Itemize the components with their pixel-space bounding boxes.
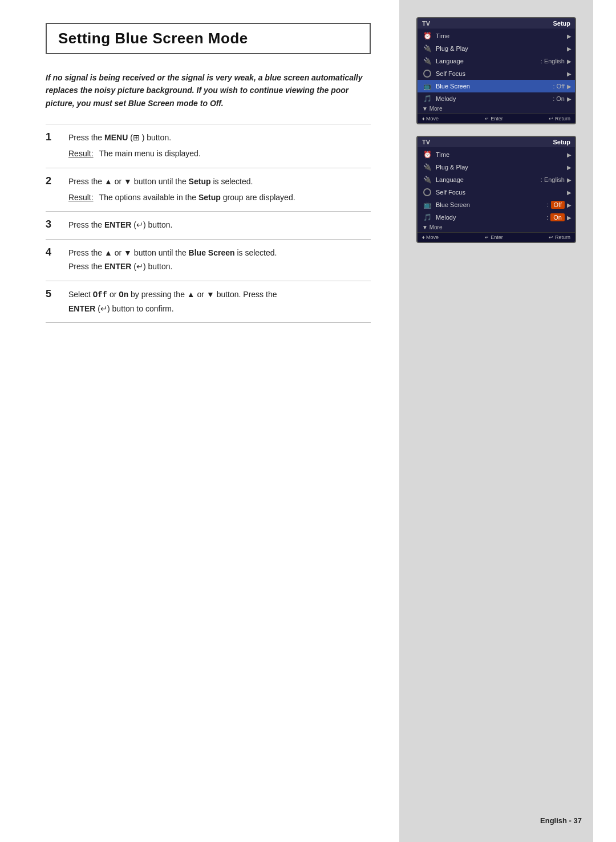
tv-panel-2-setup-label: Setup (553, 139, 570, 145)
melody-value-1: : On (553, 95, 565, 102)
bluescreen-val-2: Off (551, 201, 565, 209)
step-5-number: 5 (46, 281, 63, 323)
intro-text-italic: If no signal is being received or the si… (46, 73, 363, 108)
melody-arrow-2: ▶ (567, 214, 572, 221)
plug-label: Plug & Play (436, 45, 567, 52)
title-box: Setting Blue Screen Mode (46, 23, 371, 54)
step-5: 5 Select Off or On by pressing the ▲ or … (46, 281, 371, 323)
step-3: 3 Press the ENTER (↵) button. (46, 212, 371, 240)
step-2-result-label: Result: (68, 191, 94, 205)
melody-label-1: Melody (436, 95, 553, 102)
footer-enter-1: ↵ Enter (485, 116, 503, 122)
tv-menu-row-plug-2: 🔌 Plug & Play ▶ (418, 161, 575, 173)
tv-panel-1-header: TV Setup (418, 18, 575, 29)
tv-menu-row-melody-2: 🎵 Melody : On ▶ (418, 211, 575, 224)
tv-panel-1-body: ⏰ Time ▶ 🔌 Plug & Play ▶ 🔌 Language : En… (418, 29, 575, 114)
melody-colon-2: : (546, 214, 548, 221)
step-5-content: Select Off or On by pressing the ▲ or ▼ … (63, 281, 371, 323)
lang-icon-1: 🔌 (421, 56, 433, 66)
clock-icon: ⏰ (421, 31, 433, 41)
lang-arrow-1: ▶ (567, 58, 572, 64)
tv-panel-1: TV Setup ⏰ Time ▶ 🔌 Plug & Play ▶ (416, 17, 576, 124)
melody-icon-2: 🎵 (421, 212, 433, 222)
step-2-number: 2 (46, 168, 63, 212)
plug-icon-1: 🔌 (421, 43, 433, 54)
lang-arrow-2: ▶ (567, 177, 572, 183)
footer-text: English - 37 (540, 816, 582, 825)
tv-panel-2-header: TV Setup (418, 137, 575, 147)
clock-icon-2: ⏰ (421, 149, 433, 160)
right-sidebar: TV Setup ⏰ Time ▶ 🔌 Plug & Play ▶ (399, 0, 593, 842)
bluescreen-value-1: : Off (553, 83, 565, 90)
tv-panel-2: TV Setup ⏰ Time ▶ 🔌 Plug & Play ▶ (416, 136, 576, 243)
selffocus-icon-1 (421, 68, 433, 79)
selffocus-arrow-2: ▶ (567, 189, 572, 196)
bluescreen-arrow-2: ▶ (567, 202, 572, 208)
time-label: Time (436, 33, 567, 39)
footer-return-2: ↩ Return (549, 234, 570, 240)
tv-menu-row-lang-1: 🔌 Language : English ▶ (418, 55, 575, 67)
step-1-result-text: The main menu is displayed. (99, 147, 201, 161)
step-4-content: Press the ▲ or ▼ button until the Blue S… (63, 240, 371, 281)
step-2-content: Press the ▲ or ▼ button until the Setup … (63, 168, 371, 212)
lang-value-1: : English (541, 58, 565, 64)
more-row-1: ▼ More (418, 105, 575, 112)
tv-menu-row-selffocus-1: Self Focus ▶ (418, 67, 575, 80)
lang-label-2: Language (436, 176, 541, 183)
step-2-result-text: The options available in the Setup group… (99, 191, 295, 205)
melody-val-2: On (550, 213, 565, 221)
tv-menu-row-lang-2: 🔌 Language : English ▶ (418, 173, 575, 186)
melody-icon-1: 🎵 (421, 94, 433, 104)
main-content: Setting Blue Screen Mode If no signal is… (0, 0, 399, 842)
melody-label-2: Melody (436, 214, 546, 221)
tv-menu-row-bluescreen-1: 📺 Blue Screen : Off ▶ (418, 80, 575, 92)
lang-value-2: : English (541, 176, 565, 183)
step-4-number: 4 (46, 240, 63, 281)
tv-menu-row-melody-1: 🎵 Melody : On ▶ (418, 92, 575, 105)
selffocus-label-1: Self Focus (436, 70, 567, 77)
footer-return-1: ↩ Return (549, 116, 570, 122)
tv-menu-row-time-2: ⏰ Time ▶ (418, 148, 575, 161)
lang-label-1: Language (436, 58, 541, 64)
plug-label-2: Plug & Play (436, 164, 567, 171)
tv-menu-row-bluescreen-2: 📺 Blue Screen : Off ▶ (418, 199, 575, 211)
bluescreen-label-2: Blue Screen (436, 201, 546, 208)
step-4: 4 Press the ▲ or ▼ button until the Blue… (46, 240, 371, 281)
tv-menu-row-plug-1: 🔌 Plug & Play ▶ (418, 42, 575, 55)
time-label-2: Time (436, 151, 567, 158)
step-3-number: 3 (46, 212, 63, 240)
footer-move-1: ♦ Move (422, 116, 439, 122)
page: Setting Blue Screen Mode If no signal is… (0, 0, 616, 842)
steps-table: 1 Press the MENU (⊞ ) button. Result: Th… (46, 124, 371, 323)
more-row-2: ▼ More (418, 224, 575, 231)
selffocus-arrow-1: ▶ (567, 71, 572, 77)
tv-panel-1-footer: ♦ Move ↵ Enter ↩ Return (418, 114, 575, 123)
step-1-result-label: Result: (68, 147, 94, 161)
tv-panel-1-setup-label: Setup (553, 20, 570, 27)
tv-menu-row-time-1: ⏰ Time ▶ (418, 30, 575, 42)
bluescreen-arrow-1: ▶ (567, 83, 572, 90)
bluescreen-label-1: Blue Screen (436, 83, 553, 90)
plug-icon-2: 🔌 (421, 162, 433, 172)
time-arrow-2: ▶ (567, 152, 572, 158)
step-3-content: Press the ENTER (↵) button. (63, 212, 371, 240)
step-2: 2 Press the ▲ or ▼ button until the Setu… (46, 168, 371, 212)
page-footer: English - 37 (540, 816, 582, 825)
tv-menu-row-selffocus-2: Self Focus ▶ (418, 186, 575, 199)
melody-arrow-1: ▶ (567, 96, 572, 102)
selffocus-label-2: Self Focus (436, 189, 567, 196)
tv-panel-2-body: ⏰ Time ▶ 🔌 Plug & Play ▶ 🔌 Language : En… (418, 147, 575, 232)
lang-icon-2: 🔌 (421, 175, 433, 185)
tv-panel-2-footer: ♦ Move ↵ Enter ↩ Return (418, 232, 575, 242)
plug-arrow: ▶ (567, 46, 572, 52)
plug-arrow-2: ▶ (567, 164, 572, 171)
intro-paragraph: If no signal is being received or the si… (46, 71, 371, 110)
step-1-content: Press the MENU (⊞ ) button. Result: The … (63, 124, 371, 168)
step-1-number: 1 (46, 124, 63, 168)
footer-enter-2: ↵ Enter (485, 234, 503, 240)
step-1: 1 Press the MENU (⊞ ) button. Result: Th… (46, 124, 371, 168)
bluescreen-colon-2: : (546, 201, 548, 208)
footer-move-2: ♦ Move (422, 234, 439, 240)
tv-panel-2-tv-label: TV (422, 139, 430, 145)
time-arrow: ▶ (567, 33, 572, 39)
